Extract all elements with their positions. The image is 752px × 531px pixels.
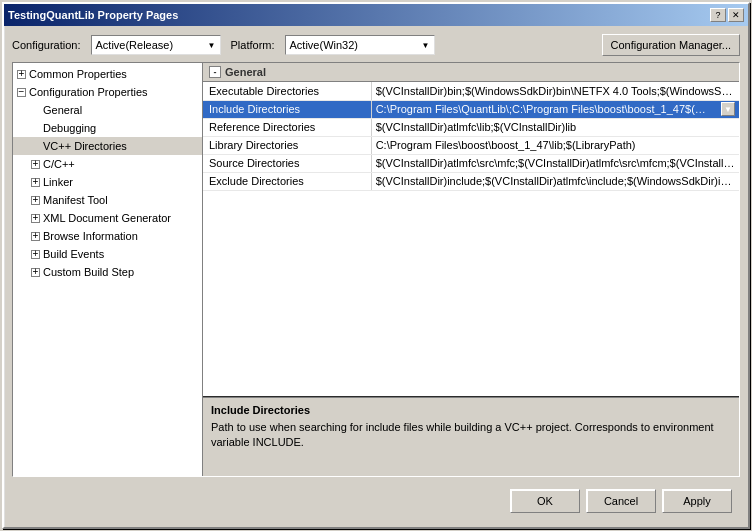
tree-item-cc[interactable]: +C/C++: [13, 155, 202, 173]
prop-row-2[interactable]: Reference Directories$(VCInstallDir)atlm…: [203, 118, 739, 136]
prop-value-0: $(VCInstallDir)bin;$(WindowsSdkDir)bin\N…: [371, 82, 739, 100]
expand-icon-linker: +: [31, 178, 40, 187]
tree-label-browse-info: Browse Information: [43, 230, 138, 242]
tree-item-custom-build[interactable]: +Custom Build Step: [13, 263, 202, 281]
config-value: Active(Release): [96, 39, 174, 51]
platform-label: Platform:: [231, 39, 275, 51]
prop-row-4[interactable]: Source Directories$(VCInstallDir)atlmfc\…: [203, 154, 739, 172]
top-bar: Configuration: Active(Release) ▼ Platfor…: [12, 34, 740, 56]
section-expand-icon[interactable]: -: [209, 66, 221, 78]
properties-table: Executable Directories$(VCInstallDir)bin…: [203, 82, 739, 191]
tree-label-linker: Linker: [43, 176, 73, 188]
section-header: - General: [203, 63, 739, 82]
description-title: Include Directories: [211, 404, 731, 416]
prop-value-5: $(VCInstallDir)include;$(VCInstallDir)at…: [371, 172, 739, 190]
cancel-button[interactable]: Cancel: [586, 489, 656, 513]
section-title: General: [225, 66, 266, 78]
right-panel: - General Executable Directories$(VCInst…: [203, 63, 739, 476]
main-area: +Common Properties−Configuration Propert…: [12, 62, 740, 477]
tree-item-common-props[interactable]: +Common Properties: [13, 65, 202, 83]
expand-icon-build-events: +: [31, 250, 40, 259]
tree-item-manifest-tool[interactable]: +Manifest Tool: [13, 191, 202, 209]
help-button[interactable]: ?: [710, 8, 726, 22]
bottom-buttons: OK Cancel Apply: [12, 483, 740, 519]
properties-area: Executable Directories$(VCInstallDir)bin…: [203, 82, 739, 396]
tree-item-config-props[interactable]: −Configuration Properties: [13, 83, 202, 101]
property-pages-window: TestingQuantLib Property Pages ? ✕ Confi…: [2, 2, 750, 529]
tree-label-vcpp-dirs: VC++ Directories: [43, 140, 127, 152]
prop-name-3: Library Directories: [203, 136, 371, 154]
prop-name-4: Source Directories: [203, 154, 371, 172]
prop-row-3[interactable]: Library DirectoriesC:\Program Files\boos…: [203, 136, 739, 154]
description-text: Path to use when searching for include f…: [211, 420, 731, 451]
expand-icon-browse-info: +: [31, 232, 40, 241]
description-panel: Include Directories Path to use when sea…: [203, 396, 739, 476]
tree-item-vcpp-dirs[interactable]: VC++ Directories: [13, 137, 202, 155]
prop-name-2: Reference Directories: [203, 118, 371, 136]
tree-label-config-props: Configuration Properties: [29, 86, 148, 98]
expand-icon-manifest-tool: +: [31, 196, 40, 205]
window-content: Configuration: Active(Release) ▼ Platfor…: [4, 26, 748, 527]
tree-panel: +Common Properties−Configuration Propert…: [13, 63, 203, 476]
prop-name-1: Include Directories: [203, 100, 371, 118]
ok-button[interactable]: OK: [510, 489, 580, 513]
prop-name-5: Exclude Directories: [203, 172, 371, 190]
tree-label-general: General: [43, 104, 82, 116]
expand-icon-custom-build: +: [31, 268, 40, 277]
platform-value: Active(Win32): [290, 39, 358, 51]
prop-value-4: $(VCInstallDir)atlmfc\src\mfc;$(VCInstal…: [371, 154, 739, 172]
prop-value-edit-button-1[interactable]: ▼: [721, 102, 735, 116]
title-bar: TestingQuantLib Property Pages ? ✕: [4, 4, 748, 26]
tree-item-browse-info[interactable]: +Browse Information: [13, 227, 202, 245]
prop-value-wrapper-1: C:\Program Files\QuantLib\;C:\Program Fi…: [376, 102, 735, 116]
configuration-dropdown[interactable]: Active(Release) ▼: [91, 35, 221, 55]
prop-value-1[interactable]: C:\Program Files\QuantLib\;C:\Program Fi…: [371, 100, 739, 118]
prop-row-5[interactable]: Exclude Directories$(VCInstallDir)includ…: [203, 172, 739, 190]
apply-button[interactable]: Apply: [662, 489, 732, 513]
tree-item-linker[interactable]: +Linker: [13, 173, 202, 191]
title-bar-buttons: ? ✕: [710, 8, 744, 22]
tree-label-manifest-tool: Manifest Tool: [43, 194, 108, 206]
config-manager-button[interactable]: Configuration Manager...: [602, 34, 740, 56]
config-label: Configuration:: [12, 39, 81, 51]
tree-label-debugging: Debugging: [43, 122, 96, 134]
prop-row-1[interactable]: Include DirectoriesC:\Program Files\Quan…: [203, 100, 739, 118]
tree-label-xml-doc: XML Document Generator: [43, 212, 171, 224]
expand-icon-config-props: −: [17, 88, 26, 97]
platform-dropdown[interactable]: Active(Win32) ▼: [285, 35, 435, 55]
expand-icon-xml-doc: +: [31, 214, 40, 223]
tree-item-general[interactable]: General: [13, 101, 202, 119]
tree-label-common-props: Common Properties: [29, 68, 127, 80]
prop-row-0[interactable]: Executable Directories$(VCInstallDir)bin…: [203, 82, 739, 100]
prop-value-3: C:\Program Files\boost\boost_1_47\lib;$(…: [371, 136, 739, 154]
tree-label-cc: C/C++: [43, 158, 75, 170]
prop-name-0: Executable Directories: [203, 82, 371, 100]
close-button[interactable]: ✕: [728, 8, 744, 22]
expand-icon-cc: +: [31, 160, 40, 169]
tree-item-xml-doc[interactable]: +XML Document Generator: [13, 209, 202, 227]
config-dropdown-arrow: ▼: [204, 41, 216, 50]
tree-item-build-events[interactable]: +Build Events: [13, 245, 202, 263]
tree-item-debugging[interactable]: Debugging: [13, 119, 202, 137]
prop-value-text-1: C:\Program Files\QuantLib\;C:\Program Fi…: [376, 103, 721, 115]
tree-label-custom-build: Custom Build Step: [43, 266, 134, 278]
window-title: TestingQuantLib Property Pages: [8, 9, 178, 21]
prop-value-2: $(VCInstallDir)atlmfc\lib;$(VCInstallDir…: [371, 118, 739, 136]
tree-label-build-events: Build Events: [43, 248, 104, 260]
platform-dropdown-arrow: ▼: [418, 41, 430, 50]
expand-icon-common-props: +: [17, 70, 26, 79]
